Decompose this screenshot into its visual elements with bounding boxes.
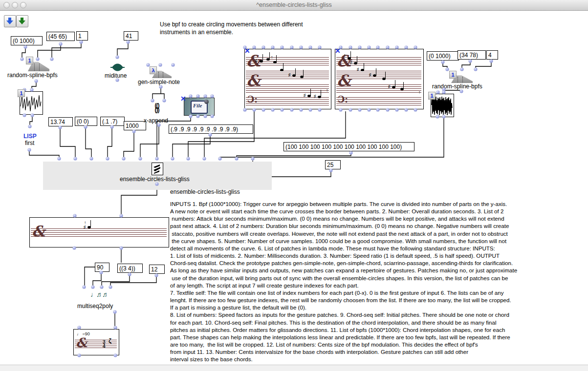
value-box-num-curves-left[interactable]: 1 <box>76 31 88 41</box>
port-dot[interactable] <box>309 108 312 112</box>
port-dot[interactable] <box>460 68 464 71</box>
port-dot[interactable] <box>290 108 294 112</box>
port-dot[interactable] <box>120 214 123 218</box>
port-dot[interactable] <box>358 46 362 49</box>
port-dot[interactable] <box>155 183 159 186</box>
port-dot[interactable] <box>106 157 109 161</box>
lock-x-mark[interactable]: ✕ <box>180 96 186 102</box>
port-dot[interactable] <box>139 157 142 161</box>
port-dot[interactable] <box>376 108 380 112</box>
port-dot[interactable] <box>100 286 104 289</box>
port-dot[interactable] <box>376 46 380 49</box>
poly-output[interactable]: ♩ =90 & 3 4 ζ <box>73 329 119 355</box>
port-dot[interactable] <box>28 125 32 128</box>
lisp-first-label[interactable]: first <box>25 140 34 146</box>
port-dot[interactable] <box>474 68 478 71</box>
port-dot[interactable] <box>386 46 390 49</box>
port-dot[interactable] <box>78 354 81 357</box>
port-dot[interactable] <box>436 91 440 94</box>
x-append-label[interactable]: x-append <box>144 117 168 124</box>
port-dot[interactable] <box>110 125 114 129</box>
port-dot[interactable] <box>386 108 390 112</box>
port-dot[interactable] <box>300 46 303 49</box>
port-dot[interactable] <box>116 79 119 82</box>
port-dot[interactable] <box>405 46 408 49</box>
port-dot[interactable] <box>436 115 439 119</box>
port-dot[interactable] <box>122 157 126 161</box>
port-dot[interactable] <box>28 148 31 152</box>
port-dot[interactable] <box>358 108 362 112</box>
value-box-tune[interactable]: 41 <box>124 31 138 41</box>
port-dot[interactable] <box>187 157 190 161</box>
port-dot[interactable] <box>116 56 119 59</box>
port-dot[interactable] <box>442 115 446 119</box>
port-dot[interactable] <box>469 60 472 63</box>
port-dot[interactable] <box>24 45 27 49</box>
port-dot[interactable] <box>23 114 26 117</box>
port-dot[interactable] <box>441 61 445 64</box>
port-dot[interactable] <box>211 95 214 98</box>
port-dot[interactable] <box>59 126 62 129</box>
value-box-interval-size[interactable]: 25 <box>325 160 341 169</box>
random-spline-bpfs-label[interactable]: random-spline-bpfs <box>7 72 58 79</box>
title-bar[interactable]: ^ensemble-circles-lists-gliss <box>0 0 588 11</box>
port-dot[interactable] <box>163 99 166 103</box>
port-dot[interactable] <box>109 286 112 289</box>
chord-seq-output[interactable]: & ♯ ↑ <box>29 217 169 247</box>
port-dot[interactable] <box>290 46 294 49</box>
port-dot[interactable] <box>114 326 117 330</box>
port-dot[interactable] <box>128 273 131 276</box>
port-dot[interactable] <box>189 95 193 98</box>
port-dot[interactable] <box>59 42 63 46</box>
port-dot[interactable] <box>414 108 417 112</box>
port-dot[interactable] <box>159 85 163 89</box>
value-box-duration-blur[interactable]: (.1 .7) <box>100 117 125 126</box>
port-dot[interactable] <box>159 63 162 67</box>
port-dot[interactable] <box>281 108 284 112</box>
port-dot[interactable] <box>211 115 214 118</box>
port-dot[interactable] <box>235 157 239 161</box>
port-dot[interactable] <box>74 157 77 161</box>
value-box-approx[interactable]: 12 <box>149 265 165 274</box>
port-dot[interactable] <box>262 108 265 112</box>
port-dot[interactable] <box>309 46 312 49</box>
port-dot[interactable] <box>127 41 130 44</box>
port-dot[interactable] <box>281 46 284 49</box>
value-box-samples[interactable]: 1000 <box>124 121 146 130</box>
port-dot[interactable] <box>80 41 83 44</box>
port-dot[interactable] <box>100 271 103 274</box>
value-box-cents-sizes[interactable]: (100 100 100 100 100 100 100 100 100 100… <box>283 142 414 151</box>
value-box-bpf-range-left[interactable]: (0 1000) <box>11 36 43 45</box>
horizontal-scrollbar[interactable] <box>0 365 588 371</box>
port-dot[interactable] <box>329 169 333 172</box>
port-dot[interactable] <box>151 99 154 103</box>
port-dot[interactable] <box>318 46 322 49</box>
port-dot[interactable] <box>218 157 222 161</box>
port-dot[interactable] <box>120 247 123 250</box>
port-dot[interactable] <box>262 46 265 49</box>
random-spline-bpfs-label[interactable]: random-spline-bpfs <box>432 83 482 90</box>
multiseq2poly-icon[interactable]: ♩♬♬ <box>90 290 108 298</box>
port-dot[interactable] <box>73 247 76 250</box>
port-dot[interactable] <box>84 125 87 129</box>
port-dot[interactable] <box>460 90 463 93</box>
port-dot[interactable] <box>349 108 352 112</box>
value-box-bpf-range-right[interactable]: (0 1000) <box>427 51 459 61</box>
port-dot[interactable] <box>490 60 493 63</box>
port-dot[interactable] <box>114 354 117 357</box>
port-dot[interactable] <box>243 108 247 112</box>
port-dot[interactable] <box>189 115 193 118</box>
lock-x-mark[interactable]: ✕ <box>335 48 341 54</box>
port-dot[interactable] <box>171 157 174 161</box>
port-dot[interactable] <box>35 80 38 83</box>
port-dot[interactable] <box>83 286 86 289</box>
port-dot[interactable] <box>196 115 200 118</box>
port-dot[interactable] <box>132 130 136 133</box>
miditune-icon[interactable] <box>110 63 125 73</box>
port-dot[interactable] <box>31 114 34 117</box>
port-dot[interactable] <box>204 115 207 118</box>
textfile-box[interactable]: File <box>184 98 215 116</box>
port-dot[interactable] <box>349 151 353 155</box>
value-box-num-curves-right[interactable]: 4 <box>486 50 498 60</box>
port-dot[interactable] <box>50 58 54 61</box>
